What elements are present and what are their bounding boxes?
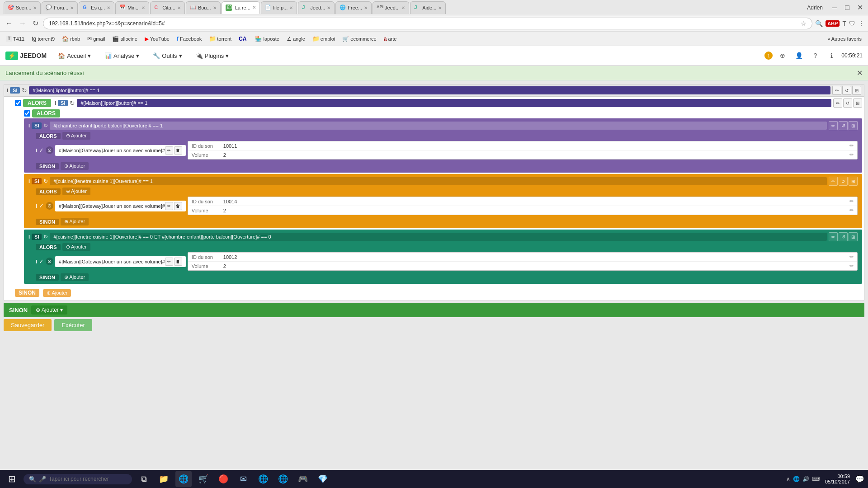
execute-button[interactable]: Exécuter (54, 319, 92, 331)
taskbar-task-view[interactable]: ⧉ (136, 471, 152, 487)
forward-button[interactable]: → (17, 19, 28, 28)
tab-close-6[interactable]: ✕ (213, 5, 217, 10)
teal-si-copy[interactable]: ↺ (839, 232, 848, 241)
taskbar-store[interactable]: 🛒 (195, 471, 212, 487)
teal-param-vol-edit[interactable]: ✏ (849, 263, 854, 269)
bookmark-ca[interactable]: CA (236, 35, 250, 43)
nav-plugins[interactable]: 🔌 Plugins ▾ (190, 49, 235, 62)
purple-sinon-ajouter[interactable]: ⊕ Ajouter (61, 162, 89, 170)
network-icon[interactable]: ⊕ (776, 49, 789, 62)
purple-si-delete[interactable]: ⊞ (849, 121, 858, 130)
purple-si-copy[interactable]: ↺ (839, 121, 848, 130)
teal-si-delete[interactable]: ⊞ (849, 232, 858, 241)
orange-param-vol-edit[interactable]: ✏ (849, 207, 854, 213)
orange-func-del-btn[interactable]: 🗑 (174, 202, 182, 210)
orange-si-delete[interactable]: ⊞ (849, 177, 858, 186)
bookmarks-more[interactable]: » Autres favoris (825, 35, 864, 42)
taskbar-ie[interactable]: 🌐 (275, 471, 291, 487)
tab-close-7[interactable]: ✕ (252, 5, 256, 10)
orange-ajouter-btn[interactable]: ⊕ Ajouter (62, 188, 90, 195)
purple-si-edit[interactable]: ✏ (829, 121, 838, 130)
purple-func-edit-btn[interactable]: ✏ (165, 146, 173, 155)
teal-sinon-ajouter[interactable]: ⊕ Ajouter (61, 273, 89, 281)
bookmark-torrent9[interactable]: tg torrent9 (29, 35, 57, 43)
tab-close-8[interactable]: ✕ (289, 5, 293, 10)
teal-func-del-btn[interactable]: 🗑 (174, 258, 182, 266)
teal-action-stop[interactable]: ⊙ (46, 258, 53, 265)
purple-param-id-edit[interactable]: ✏ (849, 143, 854, 149)
tab-close-1[interactable]: ✕ (33, 5, 37, 10)
taskbar-chrome[interactable]: 🌐 (175, 471, 192, 487)
level1-inner-si-copy[interactable]: ↺ (843, 99, 852, 108)
tab-close-3[interactable]: ✕ (107, 5, 110, 10)
root-si-edit-icon[interactable]: ✏ (832, 86, 841, 95)
minimize-button[interactable]: ─ (830, 3, 839, 12)
start-button[interactable]: ⊞ (4, 471, 20, 487)
bookmark-ecommerce[interactable]: 🛒 ecommerce (340, 35, 379, 43)
info-icon[interactable]: ℹ (825, 49, 838, 62)
taskbar-explorer[interactable]: 📁 (156, 471, 172, 487)
bookmark-folder-emploi[interactable]: 📁 emploi (310, 34, 338, 43)
teal-ajouter-btn[interactable]: ⊕ Ajouter (62, 243, 90, 251)
bookmark-facebook[interactable]: f Facebook (174, 35, 204, 43)
star-icon[interactable]: ☆ (801, 20, 807, 27)
teal-si-edit[interactable]: ✏ (829, 232, 838, 241)
nav-accueil[interactable]: 🏠 Accueil ▾ (52, 49, 97, 62)
user-icon[interactable]: 👤 (793, 49, 805, 62)
purple-ajouter-btn[interactable]: ⊕ Ajouter (62, 132, 90, 140)
taskbar-blue[interactable]: 💎 (315, 471, 331, 487)
purple-si-refresh[interactable]: ↻ (43, 122, 48, 129)
tab-close-12[interactable]: ✕ (438, 5, 442, 10)
adblock-icon[interactable]: ABP (826, 20, 840, 27)
bookmark-allocine[interactable]: 🎬 allocine (109, 35, 140, 43)
bookmark-folder-torrent[interactable]: 📁 torrent (206, 34, 234, 43)
root-si-refresh[interactable]: ↻ (22, 87, 27, 94)
teal-si-refresh[interactable]: ↻ (43, 234, 48, 240)
taskbar-search-input[interactable] (49, 476, 121, 482)
orange-si-copy[interactable]: ↺ (839, 177, 848, 186)
bookmark-angle[interactable]: ∠ angle (284, 35, 308, 43)
orange-si-edit[interactable]: ✏ (829, 177, 838, 186)
nav-analyse[interactable]: 📊 Analyse ▾ (99, 49, 145, 62)
taskbar-expand-icon[interactable]: ∧ (786, 476, 790, 482)
bookmark-youtube[interactable]: ▶ YouTube (142, 35, 172, 43)
tab-close-4[interactable]: ✕ (142, 5, 145, 10)
tab-bou[interactable]: 📖 Bou... ✕ (186, 1, 221, 14)
level1-sinon-ajouter[interactable]: ⊕ Ajouter (43, 289, 71, 297)
refresh-button[interactable]: ↻ (31, 18, 40, 28)
shield-icon[interactable]: 🛡 (849, 20, 855, 27)
orange-si-refresh[interactable]: ↻ (43, 178, 48, 184)
tab-api[interactable]: API Jeed... ✕ (373, 1, 409, 14)
help-icon[interactable]: ? (809, 49, 821, 62)
level1-inner-si-refresh[interactable]: ↻ (70, 99, 75, 107)
back-button[interactable]: ← (4, 19, 14, 28)
tab-jeed1[interactable]: J Jeed... ✕ (298, 1, 335, 14)
taskbar-notification-area[interactable]: 💬 (855, 475, 864, 483)
tab-google[interactable]: G Es q... ✕ (79, 1, 114, 14)
taskbar-app1[interactable]: 🔴 (215, 471, 231, 487)
purple-action-stop[interactable]: ⊙ (46, 146, 53, 154)
taskbar-volume-icon[interactable]: 🔊 (802, 476, 809, 482)
nav-outils[interactable]: 🔧 Outils ▾ (147, 49, 188, 62)
search-icon[interactable]: 🔍 (815, 20, 823, 27)
tab-close-9[interactable]: ✕ (327, 5, 330, 10)
taskbar-network-icon[interactable]: 🌐 (793, 476, 800, 482)
taskbar-game[interactable]: 🎮 (295, 471, 311, 487)
bookmark-rbnb[interactable]: 🏠 rbnb (59, 35, 83, 43)
tab-close-11[interactable]: ✕ (401, 5, 405, 10)
url-bar[interactable]: 192.168.1.51/index.php?v=d&p=scenario&id… (43, 18, 812, 29)
bookmark-gmail[interactable]: ✉ gmail (85, 35, 108, 43)
taskbar-search[interactable]: 🔍 🎤 (24, 474, 132, 484)
tab-file[interactable]: 📄 file.p... ✕ (261, 1, 297, 14)
root-si-copy-icon[interactable]: ↺ (842, 86, 851, 95)
translate-icon[interactable]: T (842, 20, 846, 27)
orange-func-edit-btn[interactable]: ✏ (165, 202, 173, 210)
tab-cita[interactable]: C Cita... ✕ (150, 1, 185, 14)
tab-close-2[interactable]: ✕ (70, 5, 74, 10)
root-sinon-ajouter[interactable]: ⊕ Ajouter ▾ (31, 305, 67, 314)
taskbar-edge[interactable]: 🌐 (255, 471, 271, 487)
tab-scen[interactable]: 🎯 Scen... ✕ (4, 1, 41, 14)
orange-action-stop[interactable]: ⊙ (46, 202, 53, 210)
tab-min[interactable]: 📅 Min... ✕ (115, 1, 149, 14)
orange-sinon-ajouter[interactable]: ⊕ Ajouter (61, 218, 89, 225)
